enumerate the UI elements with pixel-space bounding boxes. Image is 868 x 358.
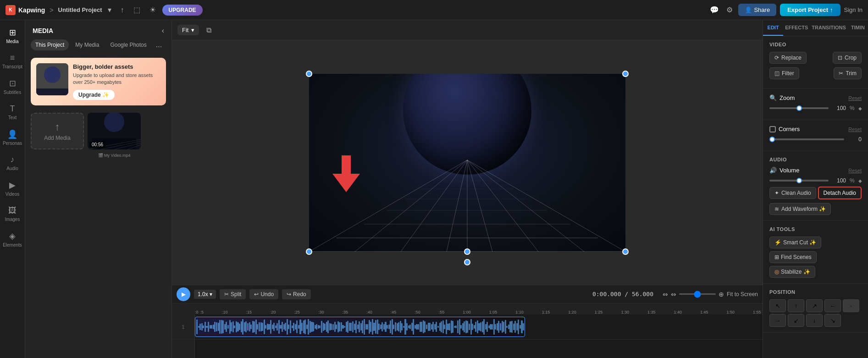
svg-point-1 (44, 66, 61, 83)
split-button[interactable]: ✂ Split (220, 289, 246, 299)
media-tab-more-btn[interactable]: ... (153, 40, 165, 50)
project-dropdown-btn[interactable]: ▾ (105, 4, 114, 16)
sidebar-item-audio[interactable]: ♪ Audio (1, 151, 24, 175)
video-actions-row-2: ◫ Filter ✂ Trim (769, 67, 862, 79)
waveform-bar (234, 325, 235, 329)
media-tab-this-project[interactable]: This Project (31, 39, 69, 50)
pos-mid-right[interactable]: → (769, 314, 786, 327)
waveform-bar (273, 323, 275, 330)
video-actions-row: ⟳ Replace ⊡ Crop (769, 52, 862, 64)
sidebar-item-transcript[interactable]: ≡ Transcript (1, 50, 24, 73)
volume-icon: 🔊 (769, 167, 777, 174)
corners-range-slider[interactable] (769, 138, 844, 140)
fit-to-screen-btn[interactable]: Fit to Screen (727, 291, 758, 297)
share-button[interactable]: 👤 Share (738, 4, 776, 16)
tab-effects[interactable]: EFFECTS (783, 20, 810, 36)
zoom-slider[interactable] (679, 293, 716, 295)
waveform-bar (455, 325, 457, 328)
zoom-range-slider[interactable] (769, 107, 829, 109)
pos-top-left[interactable]: ↖ (769, 299, 786, 312)
display-icon-btn[interactable]: ⬚ (131, 4, 143, 16)
media-thumbnail[interactable]: 00:56 (88, 113, 141, 149)
sidebar-item-videos[interactable]: ▶ Videos (1, 176, 24, 200)
sidebar-item-media[interactable]: ⊞ Media (1, 24, 24, 48)
resize-handle-top-right[interactable] (622, 71, 629, 77)
chat-icon-btn[interactable]: 💬 (708, 4, 721, 16)
upgrade-button[interactable]: UPGRADE (162, 5, 203, 16)
undo-button[interactable]: ↩ Undo (249, 289, 278, 299)
resize-handle-bottom-center[interactable] (464, 248, 470, 255)
filter-button[interactable]: ◫ Filter (769, 67, 799, 79)
signin-button[interactable]: Sign In (844, 6, 862, 13)
rotate-handle[interactable] (464, 259, 470, 265)
project-name[interactable]: Untitled Project (58, 6, 102, 13)
pos-bot-left[interactable]: ↙ (788, 314, 804, 327)
video-track-row (195, 314, 763, 340)
upload-icon-btn[interactable]: ↑ (118, 4, 127, 16)
canvas-copy-btn[interactable]: ⧉ (203, 24, 215, 36)
resize-handle-bottom-left[interactable] (306, 248, 312, 255)
corners-reset-btn[interactable]: Reset (848, 127, 862, 132)
clean-audio-button[interactable]: ✦ Clean Audio (769, 187, 816, 199)
zoom-fit-btn[interactable]: ⊕ (719, 291, 724, 298)
export-project-button[interactable]: Export Project ↑ (780, 4, 840, 16)
track-labels: 1 (172, 314, 195, 358)
waveform-bar (523, 323, 524, 330)
settings-icon-btn[interactable]: ⚙ (724, 4, 735, 16)
volume-range-slider[interactable] (769, 180, 829, 182)
find-scenes-button[interactable]: ⊞ Find Scenes (769, 251, 817, 263)
trim-button[interactable]: ✂ Trim (834, 67, 862, 79)
smart-cut-button[interactable]: ⚡ Smart Cut ✨ (769, 237, 821, 248)
tab-transitions[interactable]: TRANSITIONS (810, 20, 848, 36)
sidebar-item-subtitles[interactable]: ⊡ Subtitles (1, 75, 24, 99)
waveform-bar (355, 320, 357, 334)
zoom-in-btn[interactable]: ⇔ (663, 291, 668, 298)
crop-button[interactable]: ⊡ Crop (833, 52, 862, 64)
media-tab-my-media[interactable]: My Media (71, 39, 104, 50)
speed-select[interactable]: 1.0x ▾ (194, 290, 216, 299)
pos-mid-center[interactable]: · (843, 299, 859, 312)
zoom-label: Zoom (780, 94, 795, 101)
pos-top-right[interactable]: ↗ (806, 299, 823, 312)
detach-audio-button[interactable]: Detach Audio (818, 187, 862, 199)
timeline-controls: ▶ 1.0x ▾ ✂ Split ↩ Undo ↪ Redo 0:00.000 (172, 285, 763, 303)
tab-timing[interactable]: TIMIN (848, 20, 868, 36)
replace-button[interactable]: ⟳ Replace (769, 52, 807, 64)
upgrade-banner-button[interactable]: Upgrade ✨ (73, 90, 115, 100)
upgrade-banner-thumbnail (36, 63, 68, 95)
video-canvas[interactable] (309, 74, 625, 252)
resize-handle-bottom-right[interactable] (622, 248, 629, 255)
play-button[interactable]: ▶ (177, 287, 190, 301)
zoom-reset-btn[interactable]: Reset (848, 95, 862, 101)
ruler-10: :10 (222, 310, 228, 314)
fit-select-button[interactable]: Fit ▾ (177, 25, 199, 35)
sidebar-item-images[interactable]: 🖼 Images (1, 202, 24, 226)
zoom-out-btn[interactable]: ⇔ (671, 291, 676, 298)
sidebar-item-elements[interactable]: ◈ Elements (1, 227, 24, 251)
pos-top-center[interactable]: ↑ (788, 299, 804, 312)
waveform-bar (387, 325, 388, 329)
sidebar-item-personas[interactable]: 👤 Personas (1, 126, 24, 149)
volume-reset-btn[interactable]: Reset (848, 168, 862, 173)
sun-icon-btn[interactable]: ☀ (147, 4, 159, 16)
upgrade-banner: Bigger, bolder assets Upgrade to upload … (31, 58, 166, 105)
images-icon: 🖼 (8, 206, 17, 215)
stabilize-button[interactable]: ◎ Stabilize ✨ (769, 266, 815, 278)
media-panel-collapse-btn[interactable]: ‹ (162, 27, 164, 35)
waveform-bar (293, 323, 294, 330)
media-item-video[interactable]: 00:56 🎬 My Video.mp4 (88, 113, 141, 149)
resize-handle-top-left[interactable] (306, 71, 312, 77)
add-media-button[interactable]: ↑ Add Media (31, 113, 84, 149)
media-tab-google-photos[interactable]: Google Photos (105, 39, 151, 50)
tab-edit[interactable]: EDIT (763, 20, 783, 36)
media-duration: 00:56 (89, 142, 105, 148)
pos-bot-right[interactable]: ↘ (824, 314, 841, 327)
add-waveform-button[interactable]: ≋ Add Waveform ✨ (769, 203, 831, 215)
add-media-icon: ↑ (55, 121, 60, 133)
sidebar-item-text[interactable]: T Text (1, 100, 24, 124)
waveform-bar (316, 324, 317, 330)
video-track-clip[interactable] (195, 317, 525, 337)
redo-button[interactable]: ↪ Redo (282, 289, 311, 299)
pos-mid-left[interactable]: ← (824, 299, 841, 312)
pos-bot-center[interactable]: ↓ (806, 314, 823, 327)
